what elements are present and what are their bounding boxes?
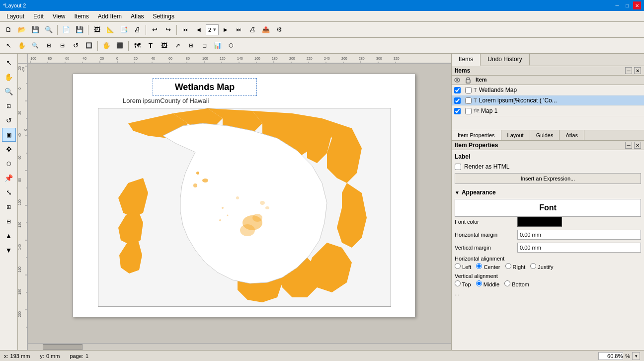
item-row-lorem[interactable]: T Lorem ipsum[%concat ( 'Co... [452,95,644,106]
h-align-justify[interactable]: Justify [530,263,553,270]
insert-expression-button[interactable]: Insert an Expression... [455,173,641,184]
map-subtitle[interactable]: Lorem ipsumCounty of Hawaii [123,97,209,104]
item-row-wetlands-map[interactable]: T Wetlands Map [452,85,644,95]
font-color-swatch[interactable] [517,217,562,227]
menu-add-item[interactable]: Add Item [93,11,126,21]
add-arrow-button[interactable]: ↗ [171,39,184,52]
open-button[interactable]: 📂 [15,23,28,36]
select-item-tool[interactable]: ↖ [2,56,16,70]
menu-edit[interactable]: Edit [29,11,48,21]
redo-button[interactable]: ↪ [161,23,174,36]
zoom-fit-button[interactable]: ⊞ [42,39,55,52]
new-button[interactable]: 🗋 [2,23,15,36]
atlas-prev-button[interactable]: ◀ [192,23,205,36]
zoom-canvas-button[interactable]: ⬛ [113,39,126,52]
add-label-button[interactable]: T [144,39,157,52]
maximize-button[interactable]: □ [623,1,631,9]
open-template-button[interactable]: 📄 [60,23,73,36]
save-button[interactable]: 💾 [29,23,42,36]
menu-atlas[interactable]: Atlas [126,11,149,21]
h-align-right[interactable]: Right [505,263,526,270]
h-align-left[interactable]: Left [455,263,471,270]
add-shape-button[interactable]: ◻ [198,39,211,52]
add-chart-button[interactable]: 📊 [211,39,224,52]
canvas-area[interactable]: -100 -80 -60 -40 -20 0 20 40 60 [18,54,451,350]
map-title-box[interactable]: Wetlands Map [153,78,257,96]
item-props-minimize[interactable]: ─ [625,142,632,149]
export-svg-button[interactable]: 📐 [104,23,117,36]
print-button[interactable]: 🖨 [131,23,144,36]
horizontal-scrollbar[interactable] [28,343,451,350]
refresh-button[interactable]: ↺ [69,39,82,52]
v-align-middle[interactable]: Middle [476,280,499,287]
h-align-center[interactable]: Center [476,263,500,270]
item-visible-lorem[interactable] [454,97,461,104]
tab-guides[interactable]: Guides [530,130,560,140]
item-visible-map1[interactable] [454,108,461,114]
zoom-actual-tool[interactable]: ⊡ [2,99,16,113]
atlas-settings-button[interactable]: ⚙ [273,23,286,36]
items-panel-minimize[interactable]: ─ [625,67,632,74]
v-margin-input[interactable] [517,243,641,253]
props-panel[interactable]: Label Render as HTML Insert an Expressio… [452,150,644,350]
render-html-checkbox[interactable] [455,164,461,170]
print-preview-button[interactable]: 🔍 [42,23,55,36]
atlas-page-combo[interactable]: 2 ▾ [206,24,219,35]
atlas-print-button[interactable]: 🖨 [246,23,259,36]
atlas-first-button[interactable]: ⏮ [179,23,192,36]
move-content-tool[interactable]: ✥ [2,142,16,156]
add-node-button[interactable]: ⬡ [225,39,238,52]
export-image-button[interactable]: 🖼 [90,23,103,36]
zoom-actual-button[interactable]: 🔲 [82,39,95,52]
zoom-input[interactable] [598,352,623,360]
items-panel-close[interactable]: ✕ [634,67,641,74]
resize-tool[interactable]: ⤡ [2,185,16,199]
raise-tool[interactable]: ▲ [2,229,16,243]
h-margin-input[interactable] [517,230,641,240]
edit-nodes-tool[interactable]: ⬡ [2,157,16,171]
group-tool[interactable]: ⊞ [2,200,16,214]
item-row-map1[interactable]: 🗺 Map 1 [452,106,644,116]
pan-canvas-button[interactable]: 🖐 [100,39,113,52]
ungroup-tool[interactable]: ⊟ [2,214,16,228]
lower-tool[interactable]: ▼ [2,243,16,257]
tab-atlas[interactable]: Atlas [560,130,584,140]
item-props-close[interactable]: ✕ [634,142,641,149]
select-active-tool[interactable]: ▣ [2,128,16,142]
tab-items[interactable]: Items [452,54,481,66]
tab-item-properties[interactable]: Item Properties [452,130,501,140]
atlas-next-button[interactable]: ▶ [219,23,232,36]
close-button[interactable]: ✕ [633,1,641,9]
item-locked-map1[interactable] [465,108,472,114]
minimize-button[interactable]: ─ [613,1,621,9]
menu-view[interactable]: View [48,11,70,21]
add-image-button[interactable]: 🖼 [158,39,170,52]
tab-layout[interactable]: Layout [501,130,530,140]
item-locked-lorem[interactable] [465,97,472,104]
v-align-top[interactable]: Top [455,280,471,287]
select-tool-button[interactable]: ↖ [2,39,15,52]
zoom-in-button[interactable]: 🔍 [29,39,42,52]
add-table-button[interactable]: ⊞ [184,39,197,52]
font-button[interactable]: Font [455,199,641,217]
item-locked-wetlands[interactable] [465,87,472,93]
v-align-bottom[interactable]: Bottom [504,280,529,287]
zoom-layout-tool[interactable]: 🔍 [2,85,16,98]
item-visible-wetlands[interactable] [454,87,461,93]
atlas-last-button[interactable]: ⏭ [233,23,245,36]
export-pdf-button[interactable]: 📑 [117,23,130,36]
refresh-tool[interactable]: ↺ [2,113,16,127]
pin-tool[interactable]: 📌 [2,171,16,185]
canvas-content[interactable]: Wetlands Map Lorem ipsumCounty of Hawaii [28,64,451,350]
pan-layout-tool[interactable]: ✋ [2,70,16,84]
zoom-dropdown-button[interactable]: ▾ [632,352,640,360]
tab-undo-history[interactable]: Undo History [481,54,529,66]
map-frame[interactable] [98,108,391,307]
atlas-export-button[interactable]: 📤 [259,23,272,36]
appearance-collapse-arrow[interactable]: ▼ [455,190,460,195]
add-map-button[interactable]: 🗺 [131,39,144,52]
menu-layout[interactable]: Layout [2,11,29,21]
save-as-template-button[interactable]: 💾 [73,23,86,36]
undo-button[interactable]: ↩ [148,23,161,36]
pan-tool-button[interactable]: ✋ [15,39,28,52]
